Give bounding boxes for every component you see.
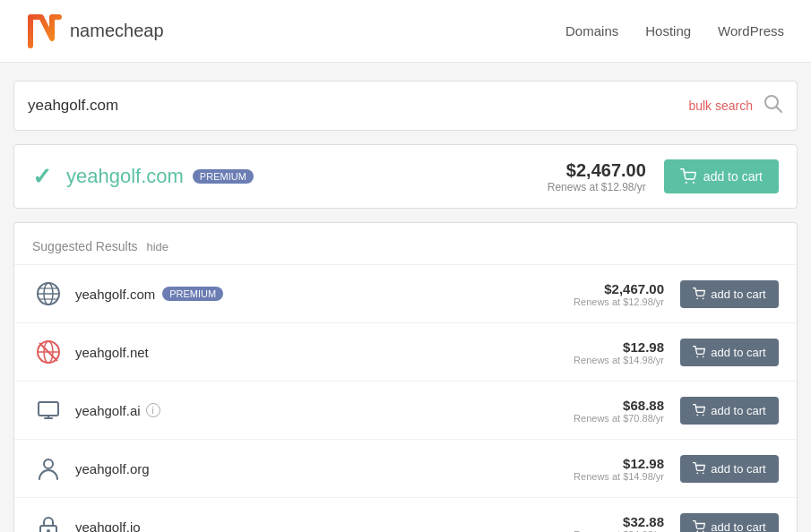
renews: Renews at $14.98/yr (574, 471, 664, 482)
info-icon[interactable]: i (146, 403, 160, 417)
featured-domain-name: yeahgolf.com (66, 165, 184, 188)
add-to-cart-button[interactable]: add to cart (680, 513, 779, 533)
nav-domains[interactable]: Domains (565, 23, 618, 39)
price: $2,467.00 (574, 281, 664, 296)
suggested-header-text: Suggested Results (32, 239, 138, 253)
globe-icon (32, 278, 65, 310)
domain-row: yeahgolf.net $12.98 Renews at $14.98/yr … (14, 323, 797, 382)
price: $12.98 (574, 456, 664, 471)
premium-badge: PREMIUM (162, 287, 223, 301)
featured-add-to-cart-button[interactable]: add to cart (664, 159, 779, 193)
search-icon[interactable] (764, 94, 783, 118)
suggested-section: Suggested Results hide yeahgolf.com PREM… (13, 222, 798, 532)
price-area: $12.98 Renews at $14.98/yr (574, 339, 664, 365)
price-area: $2,467.00 Renews at $12.98/yr (574, 281, 664, 307)
check-icon: ✓ (32, 163, 52, 191)
add-to-cart-button[interactable]: add to cart (680, 339, 779, 366)
svg-rect-17 (39, 402, 58, 416)
domain-name: yeahgolf.org (75, 461, 150, 476)
nav-wordpress[interactable]: WordPress (718, 23, 784, 39)
cart-icon (680, 168, 696, 184)
monitor-icon (32, 394, 65, 426)
svg-point-10 (703, 297, 704, 299)
svg-point-20 (697, 414, 699, 416)
header: namecheap Domains Hosting WordPress (0, 0, 811, 63)
cart-icon (693, 462, 705, 475)
hide-link[interactable]: hide (146, 240, 168, 253)
featured-price-area: $2,467.00 Renews at $12.98/yr (548, 160, 646, 193)
svg-point-3 (693, 182, 695, 184)
globe-slash-icon (32, 336, 65, 368)
price: $32.88 (574, 514, 664, 529)
cart-icon (693, 520, 705, 532)
domain-name: yeahgolf.net (75, 345, 149, 360)
price-area: $68.88 Renews at $70.88/yr (574, 398, 664, 424)
nav-hosting[interactable]: Hosting (645, 23, 691, 39)
lock-icon (32, 511, 65, 532)
add-to-cart-button[interactable]: add to cart (680, 397, 779, 425)
domain-row: yeahgolf.com PREMIUM $2,467.00 Renews at… (14, 265, 797, 323)
svg-point-23 (697, 472, 699, 474)
domain-name: yeahgolf.ai (75, 403, 141, 418)
featured-premium-badge: PREMIUM (193, 169, 254, 184)
logo-area: namecheap (27, 13, 565, 49)
renews: Renews at $70.88/yr (574, 413, 664, 424)
logo-icon (27, 13, 63, 49)
price-area: $32.88 Renews at $34.88/yr (574, 514, 664, 533)
svg-point-24 (703, 472, 704, 474)
svg-point-22 (44, 459, 53, 468)
search-bar: yeahgolf.com bulk search (13, 81, 798, 131)
svg-point-2 (685, 182, 686, 184)
featured-price: $2,467.00 (548, 160, 646, 181)
svg-line-1 (777, 107, 782, 112)
svg-point-15 (697, 356, 699, 357)
price-area: $12.98 Renews at $14.98/yr (574, 456, 664, 482)
svg-point-9 (697, 297, 699, 299)
add-to-cart-button[interactable]: add to cart (680, 455, 779, 483)
renews: Renews at $14.98/yr (574, 355, 664, 365)
featured-result: ✓ yeahgolf.com PREMIUM $2,467.00 Renews … (13, 144, 798, 209)
add-to-cart-button[interactable]: add to cart (680, 280, 779, 308)
search-query-display: yeahgolf.com (28, 97, 688, 115)
main-nav: Domains Hosting WordPress (565, 23, 784, 39)
price: $68.88 (574, 398, 664, 413)
logo-text: namecheap (70, 21, 164, 41)
suggested-header: Suggested Results hide (14, 223, 797, 265)
domain-name: yeahgolf.com (75, 287, 155, 302)
renews: Renews at $12.98/yr (574, 296, 664, 307)
featured-renews: Renews at $12.98/yr (548, 181, 646, 193)
person-icon (32, 452, 65, 485)
price: $12.98 (574, 339, 664, 355)
cart-icon (693, 287, 705, 300)
cart-icon (693, 404, 705, 416)
domain-row: yeahgolf.io $32.88 Renews at $34.88/yr a… (14, 498, 797, 532)
domain-row: yeahgolf.org $12.98 Renews at $14.98/yr … (14, 440, 797, 498)
svg-point-21 (703, 414, 704, 416)
domain-name: yeahgolf.io (75, 519, 141, 533)
renews: Renews at $34.88/yr (574, 529, 664, 533)
svg-point-16 (703, 356, 704, 357)
main-content: yeahgolf.com bulk search ✓ yeahgolf.com … (0, 63, 811, 532)
cart-icon (693, 346, 705, 358)
bulk-search-link[interactable]: bulk search (688, 99, 753, 113)
domain-row: yeahgolf.ai i $68.88 Renews at $70.88/yr… (14, 382, 797, 440)
